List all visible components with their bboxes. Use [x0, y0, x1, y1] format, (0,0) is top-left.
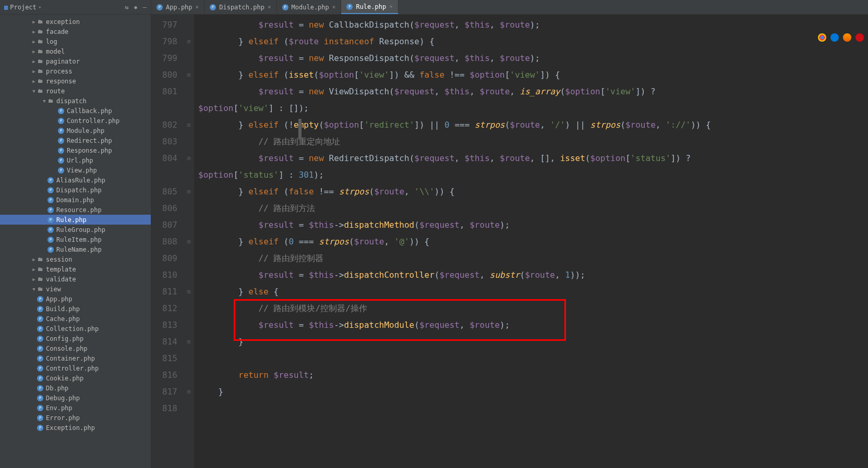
tree-arrow-icon[interactable]: ▶ [31, 59, 37, 64]
tab-dispatch-php[interactable]: PDispatch.php× [204, 0, 276, 14]
settings-icon[interactable]: ✸ [134, 4, 138, 11]
tab-module-php[interactable]: PModule.php× [277, 0, 342, 14]
chrome-icon[interactable] [818, 33, 826, 42]
tree-arrow-icon[interactable]: ▶ [31, 39, 37, 44]
fold-marker[interactable]: ⊟ [184, 150, 194, 167]
tab-rule-php[interactable]: PRule.php× [341, 0, 398, 14]
tree-item-template[interactable]: ▶🖿template [0, 264, 151, 274]
fold-marker[interactable]: ⊟ [184, 67, 194, 83]
fold-marker[interactable]: ⊟ [184, 284, 194, 300]
tree-item-rulegroup-php[interactable]: PRuleGroup.php [0, 225, 151, 235]
close-icon[interactable]: × [332, 4, 336, 10]
code-line[interactable]: $result = new CallbackDispatch($request,… [198, 17, 868, 33]
hide-icon[interactable]: — [143, 4, 147, 11]
tree-item-view-php[interactable]: PView.php [0, 165, 151, 175]
code-line[interactable]: } else { [198, 284, 868, 300]
tree-item-rule-php[interactable]: PRule.php [0, 215, 151, 225]
code-line[interactable]: // 路由到方法 [198, 200, 868, 217]
tree-arrow-icon[interactable]: ▼ [31, 89, 37, 94]
collapse-icon[interactable]: ⇆ [125, 4, 128, 11]
tree-arrow-icon[interactable]: ▶ [31, 49, 37, 54]
fold-marker[interactable]: ⊟ [184, 33, 194, 50]
tree-item-resource-php[interactable]: PResource.php [0, 205, 151, 215]
code-line-wrap[interactable]: $option['view'] : []); [198, 100, 868, 117]
tree-item-redirect-php[interactable]: PRedirect.php [0, 136, 151, 145]
tree-item-route[interactable]: ▼🖿route [0, 86, 151, 96]
code-line[interactable]: $result = new ViewDispatch($request, $th… [198, 83, 868, 100]
tree-arrow-icon[interactable]: ▼ [42, 98, 47, 104]
tree-item-db-php[interactable]: PDb.php [0, 383, 151, 393]
tree-item-collection-php[interactable]: PCollection.php [0, 324, 151, 334]
tree-item-model[interactable]: ▶🖿model [0, 46, 151, 56]
tree-item-ruleitem-php[interactable]: PRuleItem.php [0, 235, 151, 244]
tree-arrow-icon[interactable]: ▶ [31, 267, 37, 272]
sidebar-scrollbar-thumb[interactable] [298, 119, 302, 140]
tree-arrow-icon[interactable]: ▼ [31, 287, 37, 292]
tree-item-session[interactable]: ▶🖿session [0, 254, 151, 264]
tree-item-cookie-php[interactable]: PCookie.php [0, 373, 151, 383]
code-area[interactable]: $result = new CallbackDispatch($request,… [194, 15, 868, 468]
code-line[interactable]: } elseif (false !== strpos($route, '\\')… [198, 183, 868, 200]
tree-arrow-icon[interactable]: ▶ [31, 19, 37, 24]
code-line[interactable] [198, 350, 868, 367]
tree-item-controller-php[interactable]: PController.php [0, 363, 151, 373]
tree-item-rulename-php[interactable]: PRuleName.php [0, 244, 151, 254]
fold-marker[interactable]: ⊟ [184, 384, 194, 400]
tree-arrow-icon[interactable]: ▶ [31, 277, 37, 282]
close-icon[interactable]: × [268, 4, 271, 10]
tree-arrow-icon[interactable]: ▶ [31, 257, 37, 262]
tree-item-callback-php[interactable]: PCallback.php [0, 106, 151, 116]
tree-item-response[interactable]: ▶🖿response [0, 76, 151, 86]
tree-item-error-php[interactable]: PError.php [0, 413, 151, 423]
code-line[interactable]: $result = $this->dispatchMethod($request… [198, 217, 868, 233]
tree-item-domain-php[interactable]: PDomain.php [0, 195, 151, 205]
tree-item-dispatch[interactable]: ▼🖿dispatch [0, 96, 151, 106]
code-line[interactable]: } elseif ($route instanceof Response) { [198, 33, 868, 50]
fold-marker[interactable]: ⊟ [184, 183, 194, 200]
code-line[interactable]: return $result; [198, 367, 868, 384]
tree-item-dispatch-php[interactable]: PDispatch.php [0, 185, 151, 195]
fold-marker[interactable]: ⊟ [184, 117, 194, 133]
tree-item-aliasrule-php[interactable]: PAliasRule.php [0, 175, 151, 185]
tree-item-log[interactable]: ▶🖿log [0, 36, 151, 46]
code-line[interactable]: // 路由到控制器 [198, 250, 868, 267]
tree-arrow-icon[interactable]: ▶ [31, 79, 37, 84]
tree-item-debug-php[interactable]: PDebug.php [0, 393, 151, 403]
code-line[interactable]: $result = $this->dispatchModule($request… [198, 317, 868, 334]
tree-item-exception[interactable]: ▶🖿exception [0, 17, 151, 27]
tree-item-container-php[interactable]: PContainer.php [0, 353, 151, 363]
code-line[interactable]: $result = $this->dispatchController($req… [198, 267, 868, 284]
tree-arrow-icon[interactable]: ▶ [31, 69, 37, 74]
tree-item-cache-php[interactable]: PCache.php [0, 314, 151, 324]
code-editor[interactable]: 7977987998008018028038048058068078088098… [151, 15, 868, 468]
tree-item-env-php[interactable]: PEnv.php [0, 403, 151, 413]
close-icon[interactable]: × [389, 3, 393, 10]
tree-item-validate[interactable]: ▶🖿validate [0, 274, 151, 284]
code-line[interactable]: $result = new RedirectDispatch($request,… [198, 150, 868, 167]
code-line[interactable]: } [198, 334, 868, 350]
tree-item-process[interactable]: ▶🖿process [0, 66, 151, 76]
fold-marker[interactable]: ⊟ [184, 233, 194, 250]
fold-marker[interactable]: ⊟ [184, 334, 194, 350]
code-line[interactable]: } elseif (0 === strpos($route, '@')) { [198, 233, 868, 250]
project-tree[interactable]: ▶🖿exception▶🖿facade▶🖿log▶🖿model▶🖿paginat… [0, 15, 151, 468]
code-line-wrap[interactable]: $option['status'] : 301); [198, 167, 868, 183]
tree-item-controller-php[interactable]: PController.php [0, 116, 151, 126]
tree-item-module-php[interactable]: PModule.php [0, 126, 151, 136]
dropdown-arrow-icon[interactable]: ▾ [39, 5, 41, 10]
tree-item-view[interactable]: ▼🖿view [0, 284, 151, 294]
fold-gutter[interactable]: ⊟⊟⊟⊟⊟⊟⊟⊟⊟ [184, 15, 194, 468]
tab-app-php[interactable]: PApp.php× [151, 0, 204, 14]
tree-arrow-icon[interactable]: ▶ [31, 29, 37, 34]
tree-item-console-php[interactable]: PConsole.php [0, 343, 151, 353]
code-line[interactable] [198, 400, 868, 417]
firefox-icon[interactable] [843, 33, 851, 42]
tree-item-exception-php[interactable]: PException.php [0, 423, 151, 433]
edge-icon[interactable] [830, 33, 839, 42]
tree-item-app-php[interactable]: PApp.php [0, 294, 151, 304]
tree-item-config-php[interactable]: PConfig.php [0, 334, 151, 343]
tree-item-url-php[interactable]: PUrl.php [0, 155, 151, 165]
tree-item-build-php[interactable]: PBuild.php [0, 304, 151, 314]
code-line[interactable]: } elseif (isset($option['view']) && fals… [198, 67, 868, 83]
tree-item-response-php[interactable]: PResponse.php [0, 145, 151, 155]
